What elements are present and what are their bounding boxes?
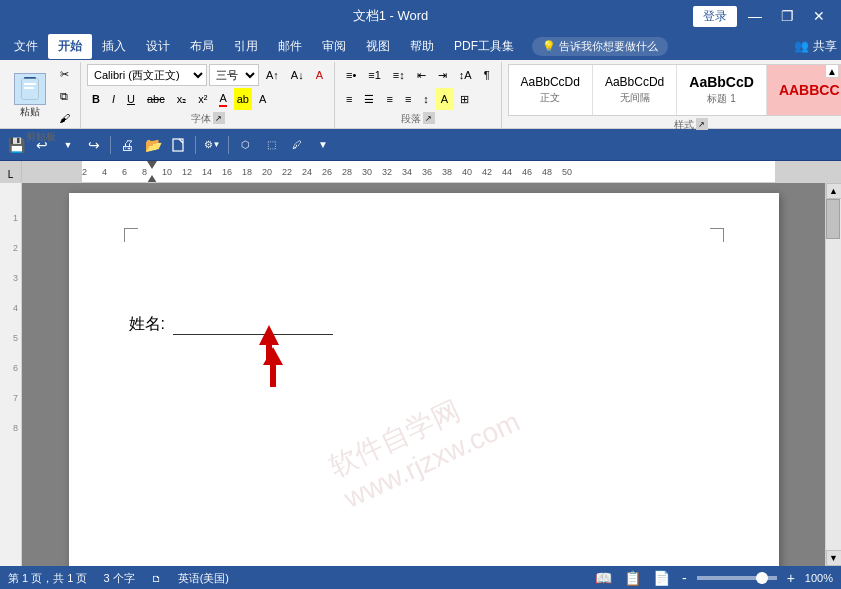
scroll-track[interactable] — [826, 199, 841, 550]
view-read-button[interactable]: 📖 — [593, 570, 614, 586]
menu-item-help[interactable]: 帮助 — [400, 34, 444, 59]
menu-item-reference[interactable]: 引用 — [224, 34, 268, 59]
align-justify-button[interactable]: ≡ — [400, 88, 416, 110]
quick-access-toolbar: 💾 ↩ ▼ ↪ 🖨 📂 ⚙ ▼ ⬡ ⬚ 🖊 ▼ — [0, 129, 841, 161]
red-arrow-indicator — [259, 343, 719, 392]
italic-button[interactable]: I — [107, 88, 120, 110]
new-button[interactable] — [167, 133, 191, 157]
menu-item-file[interactable]: 文件 — [4, 34, 48, 59]
show-marks-button[interactable]: ¶ — [479, 64, 495, 86]
zoom-thumb[interactable] — [756, 572, 768, 584]
styles-expand-icon[interactable]: ↗ — [696, 118, 708, 130]
clipboard-label: 剪贴板 — [26, 128, 56, 144]
zoom-slider[interactable] — [697, 576, 777, 580]
menu-item-layout[interactable]: 布局 — [180, 34, 224, 59]
view-print-button[interactable]: 📋 — [622, 570, 643, 586]
para-expand-icon[interactable]: ↗ — [423, 112, 435, 124]
font-color2-button[interactable]: A — [254, 88, 271, 110]
align-right-button[interactable]: ≡ — [381, 88, 397, 110]
svg-text:42: 42 — [482, 167, 492, 177]
menu-item-start[interactable]: 开始 — [48, 34, 92, 59]
menu-item-mail[interactable]: 邮件 — [268, 34, 312, 59]
line-num-5: 5 — [13, 333, 18, 343]
highlight-button[interactable]: ab — [234, 88, 252, 110]
scroll-up-button[interactable]: ▲ — [826, 183, 842, 199]
subscript-button[interactable]: x₂ — [172, 88, 192, 110]
align-left-button[interactable]: ≡ — [341, 88, 357, 110]
ribbon-collapse-button[interactable]: ▲ — [825, 64, 839, 78]
font-size-select[interactable]: 三号 — [209, 64, 259, 86]
para-content: ≡• ≡1 ≡↕ ⇤ ⇥ ↕A ¶ ≡ ☰ ≡ ≡ ↕ A ⊞ — [341, 64, 495, 110]
bullet-list-button[interactable]: ≡• — [341, 64, 361, 86]
login-button[interactable]: 登录 — [693, 6, 737, 27]
restore-button[interactable]: ❐ — [773, 6, 801, 26]
style-nospace[interactable]: AaBbCcDd 无间隔 — [593, 65, 677, 115]
redo-button[interactable]: ↪ — [82, 133, 106, 157]
bold-button[interactable]: B — [87, 88, 105, 110]
tools-button[interactable]: 🖊 — [285, 133, 309, 157]
page-info: 第 1 页，共 1 页 — [8, 571, 87, 586]
menu-item-design[interactable]: 设计 — [136, 34, 180, 59]
increase-indent-button[interactable]: ⇥ — [433, 64, 452, 86]
ribbon-content: 粘贴 ✂ ⧉ 🖌 剪贴板 Calibri (西文正文) 三号 — [0, 60, 841, 128]
styles-content: AaBbCcDd 正文 AaBbCcDd 无间隔 AaBbCcD 标题 1 AA… — [508, 64, 841, 116]
print-button[interactable]: 🖨 — [115, 133, 139, 157]
svg-text:38: 38 — [442, 167, 452, 177]
svg-text:10: 10 — [162, 167, 172, 177]
corner-mark-tr — [710, 228, 724, 242]
underline-button[interactable]: U — [122, 88, 140, 110]
border-button[interactable]: ⊞ — [455, 88, 474, 110]
font-color-button[interactable]: A — [214, 88, 231, 110]
decrease-indent-button[interactable]: ⇤ — [412, 64, 431, 86]
scroll-thumb[interactable] — [826, 199, 840, 239]
customize-qa-button[interactable]: ⚙ ▼ — [200, 133, 224, 157]
line-spacing-button[interactable]: ↕ — [418, 88, 434, 110]
share-button[interactable]: 👥 共享 — [794, 38, 837, 55]
shading-button[interactable]: A — [436, 88, 453, 110]
ruler-body[interactable]: 2 4 6 8 10 12 14 16 18 20 22 24 26 28 30… — [22, 161, 825, 182]
vertical-scrollbar[interactable]: ▲ ▼ — [825, 183, 841, 566]
ruler-numbers-svg: 2 4 6 8 10 12 14 16 18 20 22 24 26 28 30… — [82, 161, 775, 182]
zoom-minus-button[interactable]: - — [680, 570, 689, 586]
close-button[interactable]: ✕ — [805, 6, 833, 26]
multilevel-list-button[interactable]: ≡↕ — [388, 64, 410, 86]
clear-format-button[interactable]: A — [311, 64, 328, 86]
font-name-select[interactable]: Calibri (西文正文) — [87, 64, 207, 86]
strike-button[interactable]: abc — [142, 88, 170, 110]
font-decrease-button[interactable]: A↓ — [286, 64, 309, 86]
font-expand-icon[interactable]: ↗ — [213, 112, 225, 124]
zoom-plus-button[interactable]: + — [785, 570, 797, 586]
menu-item-insert[interactable]: 插入 — [92, 34, 136, 59]
minimize-button[interactable]: — — [741, 6, 769, 26]
svg-text:48: 48 — [542, 167, 552, 177]
select-button[interactable]: ⬚ — [259, 133, 283, 157]
sort-button[interactable]: ↕A — [454, 64, 477, 86]
superscript-button[interactable]: x² — [193, 88, 212, 110]
menu-item-review[interactable]: 审阅 — [312, 34, 356, 59]
scroll-down-button[interactable]: ▼ — [826, 550, 842, 566]
view-web-button[interactable]: 📄 — [651, 570, 672, 586]
menu-item-view[interactable]: 视图 — [356, 34, 400, 59]
font-increase-button[interactable]: A↑ — [261, 64, 284, 86]
menu-item-pdftool[interactable]: PDF工具集 — [444, 34, 524, 59]
style-heading1[interactable]: AaBbCcD 标题 1 — [677, 65, 767, 115]
red-arrow-svg — [254, 320, 284, 370]
open-button[interactable]: 📂 — [141, 133, 165, 157]
line-num-7: 7 — [13, 393, 18, 403]
save-button[interactable]: 💾 — [4, 133, 28, 157]
paste-button[interactable]: 粘贴 — [8, 72, 52, 120]
ask-box[interactable]: 💡 告诉我你想要做什么 — [532, 37, 668, 56]
copy-button[interactable]: ⧉ — [54, 86, 74, 106]
title-text: 文档1 - Word — [88, 7, 693, 25]
font-row-2: B I U abc x₂ x² A ab A — [87, 88, 328, 110]
format-painter-button[interactable]: 🖌 — [54, 108, 74, 128]
cut-button[interactable]: ✂ — [54, 64, 74, 84]
style-normal[interactable]: AaBbCcDd 正文 — [509, 65, 593, 115]
document-area[interactable]: 软件自学网www.rjzxw.com 姓名: — [22, 183, 825, 566]
numbered-list-button[interactable]: ≡1 — [363, 64, 386, 86]
more-qa-button[interactable]: ▼ — [311, 133, 335, 157]
shapes-button[interactable]: ⬡ — [233, 133, 257, 157]
svg-text:50: 50 — [562, 167, 572, 177]
align-center-button[interactable]: ☰ — [359, 88, 379, 110]
undo-dropdown-button[interactable]: ▼ — [56, 133, 80, 157]
